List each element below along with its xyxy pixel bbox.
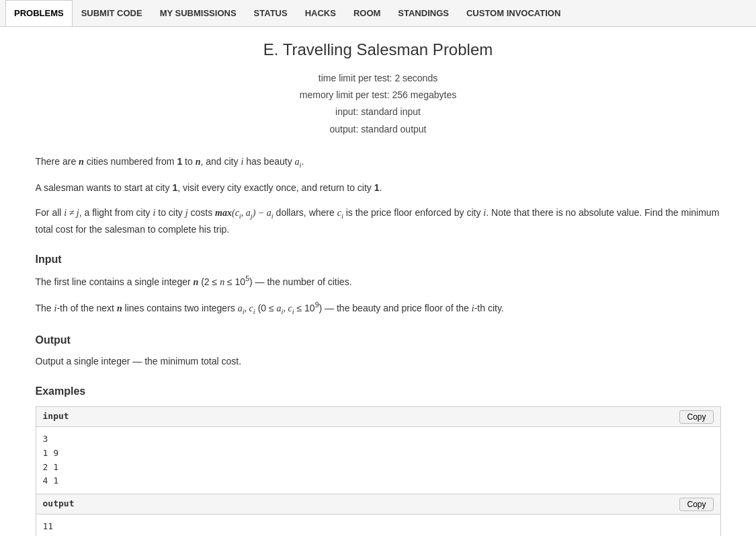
examples-header: Examples <box>36 383 721 400</box>
input-description-2: The i-th of the next n lines contains tw… <box>36 299 721 317</box>
input-section: Input The first line contains a single i… <box>36 251 721 318</box>
paragraph-3: For all i ≠ j, a flight from city i to c… <box>36 205 721 237</box>
output-label: output <box>43 497 75 511</box>
main-content: E. Travelling Salesman Problem time limi… <box>9 27 748 536</box>
nav-problems[interactable]: PROBLEMS <box>5 0 73 26</box>
output-type: output: standard output <box>36 121 721 138</box>
paragraph-1: There are n cities numbered from 1 to n,… <box>36 154 721 171</box>
output-section: Output Output a single integer — the min… <box>36 332 721 369</box>
output-value: 11 <box>43 520 714 534</box>
examples-section: Examples input Copy 3 1 9 2 1 4 1 output… <box>36 383 721 536</box>
problem-meta: time limit per test: 2 seconds memory li… <box>36 70 721 138</box>
input-label: input <box>43 410 69 424</box>
nav-room[interactable]: ROOM <box>345 0 389 26</box>
input-example-header: input Copy <box>36 407 720 427</box>
memory-limit: memory limit per test: 256 megabytes <box>36 87 721 104</box>
paragraph-2: A salesman wants to start at city 1, vis… <box>36 180 721 195</box>
input-example-body: 3 1 9 2 1 4 1 <box>36 427 720 494</box>
input-type: input: standard input <box>36 104 721 120</box>
input-line-4: 4 1 <box>43 474 714 488</box>
nav-submit-code[interactable]: SUBMIT CODE <box>73 0 151 26</box>
input-line-3: 2 1 <box>43 461 714 475</box>
input-line-1: 3 <box>43 432 714 447</box>
nav-hacks[interactable]: HACKS <box>296 0 345 26</box>
input-section-header: Input <box>36 251 721 268</box>
problem-body: There are n cities numbered from 1 to n,… <box>36 154 721 536</box>
problem-title: E. Travelling Salesman Problem <box>36 40 721 59</box>
time-limit: time limit per test: 2 seconds <box>36 70 721 87</box>
output-description: Output a single integer — the minimum to… <box>36 354 721 369</box>
nav-my-submissions[interactable]: MY SUBMISSIONS <box>151 0 245 26</box>
nav-standings[interactable]: STANDINGS <box>389 0 458 26</box>
output-example-block: output Copy 11 <box>36 494 721 536</box>
copy-input-button[interactable]: Copy <box>679 410 713 424</box>
copy-output-button[interactable]: Copy <box>679 498 713 511</box>
input-description-1: The first line contains a single integer… <box>36 273 721 290</box>
input-line-2: 1 9 <box>43 447 714 461</box>
output-example-body: 11 <box>36 514 720 536</box>
navigation-bar: PROBLEMS SUBMIT CODE MY SUBMISSIONS STAT… <box>0 0 756 27</box>
input-example-block: input Copy 3 1 9 2 1 4 1 <box>36 406 721 494</box>
nav-status[interactable]: STATUS <box>245 0 296 26</box>
nav-custom-invocation[interactable]: CUSTOM INVOCATION <box>458 0 569 26</box>
output-section-header: Output <box>36 332 721 349</box>
output-example-header: output Copy <box>36 494 720 514</box>
